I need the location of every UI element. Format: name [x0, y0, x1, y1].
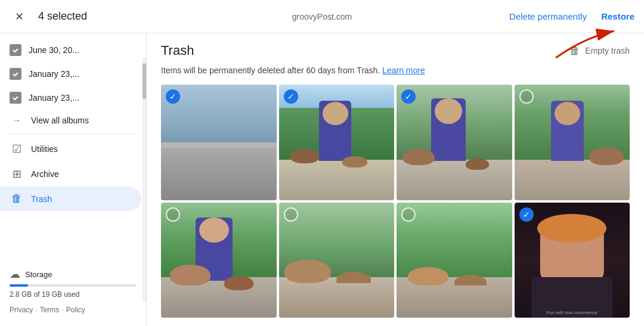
sidebar-item-jan1-label: January 23,...	[29, 69, 79, 79]
checkbox-jan1[interactable]	[10, 68, 21, 80]
storage-bar	[10, 284, 137, 287]
sidebar-item-jan1[interactable]: January 23,...	[0, 62, 141, 86]
info-text: Items will be permanently deleted after …	[161, 66, 380, 75]
page-title: Trash	[161, 43, 194, 58]
selection-circle-7	[401, 207, 416, 222]
site-name: groovyPost.com	[292, 12, 352, 21]
sidebar-item-jan2[interactable]: January 23,...	[0, 86, 141, 110]
selection-check-2: ✓	[284, 89, 298, 104]
sidebar-item-archive[interactable]: ⊞ Archive	[0, 162, 141, 187]
footer-links: Privacy · Terms · Policy	[0, 301, 146, 321]
empty-trash-button[interactable]: 🗑 Empty trash	[569, 45, 630, 57]
photo-item-3[interactable]: ✓	[397, 85, 512, 200]
photo-item-1[interactable]: ✓	[161, 85, 277, 200]
storage-text: 2.8 GB of 19 GB used	[10, 290, 137, 299]
info-banner: Items will be permanently deleted after …	[161, 66, 630, 75]
top-bar: ✕ 4 selected groovyPost.com Delete perma…	[0, 0, 644, 33]
photo-grid: ✓ ✓	[161, 85, 630, 318]
selection-check-8: ✓	[519, 207, 534, 222]
sidebar-item-june-album[interactable]: June 30, 20...	[0, 38, 141, 62]
empty-trash-icon: 🗑	[569, 45, 580, 57]
selection-check-3: ✓	[401, 89, 416, 104]
sidebar-item-june-label: June 30, 20...	[29, 45, 79, 55]
sidebar: June 30, 20... January 23,... January 23…	[0, 33, 147, 326]
scrollbar-track[interactable]	[143, 57, 146, 302]
terms-link[interactable]: Terms	[40, 306, 60, 314]
restore-button[interactable]: Restore	[601, 11, 634, 21]
content-area: Trash 🗑 Empty trash Items will be perman…	[147, 33, 644, 326]
top-bar-actions: Delete permanently Restore	[509, 11, 634, 21]
storage-label: ☁ Storage	[10, 268, 137, 281]
sidebar-item-utilities[interactable]: ☑ Utilities	[0, 136, 141, 162]
checkbox-june[interactable]	[10, 44, 21, 56]
selection-circle-4	[519, 89, 534, 104]
cloud-icon: ☁	[10, 268, 20, 281]
photo-item-2[interactable]: ✓	[279, 85, 395, 200]
empty-trash-label: Empty trash	[585, 46, 630, 55]
storage-bar-fill	[10, 284, 28, 287]
photo-item-8[interactable]: Fun will now commence ✓	[515, 203, 630, 318]
policy-link[interactable]: Policy	[66, 306, 85, 314]
main-layout: June 30, 20... January 23,... January 23…	[0, 33, 644, 326]
sidebar-item-view-all-label: View all albums	[31, 116, 89, 125]
selection-circle-6	[284, 207, 298, 222]
arrow-right-icon: →	[10, 116, 24, 125]
sidebar-utilities-label: Utilities	[31, 144, 58, 154]
privacy-link[interactable]: Privacy	[10, 306, 33, 314]
sidebar-item-jan2-label: January 23,...	[29, 93, 79, 103]
top-bar-left: ✕ 4 selected	[10, 7, 87, 26]
delete-permanently-button[interactable]: Delete permanently	[509, 11, 587, 21]
sidebar-item-view-all-albums[interactable]: → View all albums	[0, 110, 141, 131]
close-button[interactable]: ✕	[10, 7, 29, 26]
photo-item-6[interactable]	[279, 203, 395, 318]
sidebar-trash-label: Trash	[31, 194, 52, 204]
sidebar-divider	[10, 133, 137, 134]
content-header: Trash 🗑 Empty trash	[161, 43, 630, 58]
trash-icon: 🗑	[10, 193, 24, 205]
photo-item-7[interactable]	[397, 203, 512, 318]
photo-item-4[interactable]	[515, 85, 630, 200]
learn-more-link[interactable]: Learn more	[382, 66, 425, 75]
photo-item-5[interactable]	[161, 203, 277, 318]
selection-circle-5	[166, 207, 180, 222]
sidebar-item-trash[interactable]: 🗑 Trash	[0, 187, 141, 211]
checkbox-jan2[interactable]	[10, 92, 21, 104]
utilities-icon: ☑	[10, 142, 24, 156]
selected-count: 4 selected	[38, 10, 87, 23]
archive-icon: ⊞	[10, 167, 24, 181]
scrollbar-thumb[interactable]	[143, 63, 146, 99]
storage-section: ☁ Storage 2.8 GB of 19 GB used	[0, 263, 146, 301]
sidebar-archive-label: Archive	[31, 169, 59, 179]
selection-check-1: ✓	[166, 89, 180, 104]
